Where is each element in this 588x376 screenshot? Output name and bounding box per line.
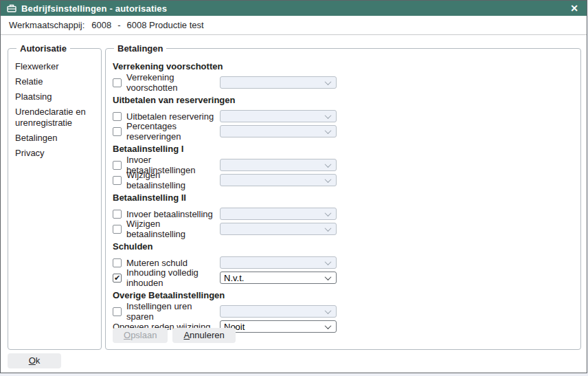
setting-row: Percentages reserveringen: [113, 125, 574, 137]
chevron-down-icon: [325, 176, 332, 183]
ok-button[interactable]: Ok: [8, 353, 61, 368]
checkbox[interactable]: [113, 258, 122, 267]
company-separator: -: [117, 20, 120, 30]
authorization-group: Autorisatie Flexwerker Relatie Plaatsing…: [8, 43, 102, 350]
setting-label: Wijzigen betaalinstelling: [126, 219, 220, 239]
briefcase-icon: [7, 4, 16, 12]
setting-label: Wijzigen betaalinstelling: [126, 170, 220, 190]
section-header: Betaalinstelling I: [113, 144, 574, 154]
cancel-button[interactable]: Annuleren: [172, 328, 235, 343]
setting-label: Invoer betaalinstelling: [126, 209, 220, 219]
checkbox[interactable]: [113, 78, 122, 87]
checkbox[interactable]: [113, 112, 122, 121]
setting-label: Uitbetalen reservering: [126, 111, 220, 122]
company-bar: Werkmaatschappij: 6008 - 6008 Productie …: [1, 16, 587, 35]
section-header: Verrekening voorschotten: [113, 61, 574, 71]
chevron-down-icon: [325, 307, 332, 314]
sidebar-legend: Autorisatie: [16, 43, 70, 54]
setting-label: Instellingen uren sparen: [126, 301, 220, 322]
title-bar: Bedrijfsinstellingen - autorisaties ✕: [1, 1, 587, 16]
window-title: Bedrijfsinstellingen - autorisaties: [21, 3, 167, 14]
checkbox[interactable]: [113, 307, 122, 316]
setting-dropdown[interactable]: N.v.t.: [220, 272, 337, 284]
dropdown-value: N.v.t.: [224, 273, 326, 283]
section-header: Overige Betaalinstellingen: [113, 290, 574, 300]
setting-label: Muteren schuld: [126, 258, 220, 268]
setting-dropdown[interactable]: [220, 174, 337, 186]
setting-dropdown[interactable]: [220, 256, 337, 269]
chevron-down-icon: [325, 258, 332, 265]
checkbox[interactable]: ✔: [113, 274, 122, 283]
chevron-down-icon: [325, 161, 332, 168]
sidebar-item-plaatsing[interactable]: Plaatsing: [15, 89, 101, 104]
sidebar-item-urendeclaratie[interactable]: Urendeclaratie en urenregistratie: [15, 104, 101, 131]
setting-dropdown[interactable]: [220, 110, 337, 122]
checkbox[interactable]: [113, 127, 122, 136]
setting-row: Wijzigen betaalinstelling: [113, 174, 574, 186]
sidebar-item-betalingen[interactable]: Betalingen: [15, 131, 101, 146]
chevron-down-icon: [325, 210, 332, 217]
company-code: 6008: [91, 20, 111, 30]
company-name: 6008 Productie test: [127, 20, 204, 30]
checkbox[interactable]: [113, 176, 122, 185]
setting-dropdown[interactable]: [220, 208, 337, 220]
sidebar-item-relatie[interactable]: Relatie: [15, 74, 101, 89]
chevron-down-icon: [325, 225, 332, 232]
checkbox[interactable]: [113, 210, 122, 219]
close-icon[interactable]: ✕: [568, 3, 580, 14]
chevron-down-icon: [325, 127, 332, 134]
dropdown-value: Nooit: [224, 322, 326, 332]
chevron-down-icon: [325, 274, 332, 280]
chevron-down-icon: [325, 112, 332, 119]
company-label: Werkmaatschappij:: [9, 20, 84, 30]
setting-label: Inhouding volledig inhouden: [126, 267, 220, 288]
setting-label: Percentages reserveringen: [126, 121, 220, 142]
checkbox[interactable]: [113, 225, 122, 234]
setting-row: Instellingen uren sparen: [113, 305, 574, 318]
panel-buttons: Opslaan Annuleren: [113, 328, 236, 343]
setting-row: Wijzigen betaalinstelling: [113, 223, 574, 235]
chevron-down-icon: [325, 322, 332, 329]
checkmark-icon: ✔: [114, 274, 120, 281]
setting-dropdown[interactable]: [220, 76, 337, 89]
save-button[interactable]: Opslaan: [113, 328, 168, 343]
payments-panel: Betalingen Verrekening voorschotten Verr…: [105, 43, 581, 350]
checkbox[interactable]: [113, 161, 122, 170]
section-header: Betaalinstelling II: [113, 192, 574, 203]
sidebar-item-privacy[interactable]: Privacy: [15, 146, 101, 161]
sidebar-item-flexwerker[interactable]: Flexwerker: [15, 59, 101, 74]
setting-dropdown[interactable]: [220, 125, 337, 137]
setting-label: Verrekening voorschotten: [126, 72, 220, 93]
setting-dropdown[interactable]: [220, 223, 337, 235]
dialog-window: Bedrijfsinstellingen - autorisaties ✕ We…: [0, 0, 587, 373]
section-header: Uitbetalen van reserveringen: [113, 95, 574, 105]
section-header: Schulden: [113, 241, 574, 252]
setting-dropdown[interactable]: [220, 159, 337, 171]
chevron-down-icon: [325, 78, 332, 85]
setting-dropdown[interactable]: [220, 305, 337, 318]
setting-row: ✔ Inhouding volledig inhouden N.v.t.: [113, 272, 574, 284]
panel-legend: Betalingen: [114, 43, 166, 54]
setting-row: Verrekening voorschotten: [113, 76, 574, 89]
setting-dropdown[interactable]: Nooit: [220, 320, 337, 333]
